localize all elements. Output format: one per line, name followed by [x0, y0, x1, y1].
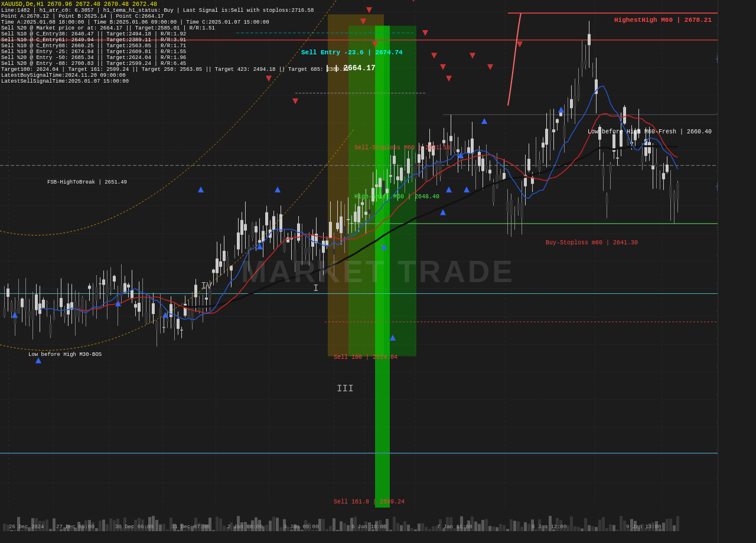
price-scale — [718, 0, 756, 543]
chart-container: XAUUSD,De,H1 2670.96 2672.48 2670.48 267… — [0, 0, 756, 543]
main-chart-canvas — [0, 0, 718, 531]
